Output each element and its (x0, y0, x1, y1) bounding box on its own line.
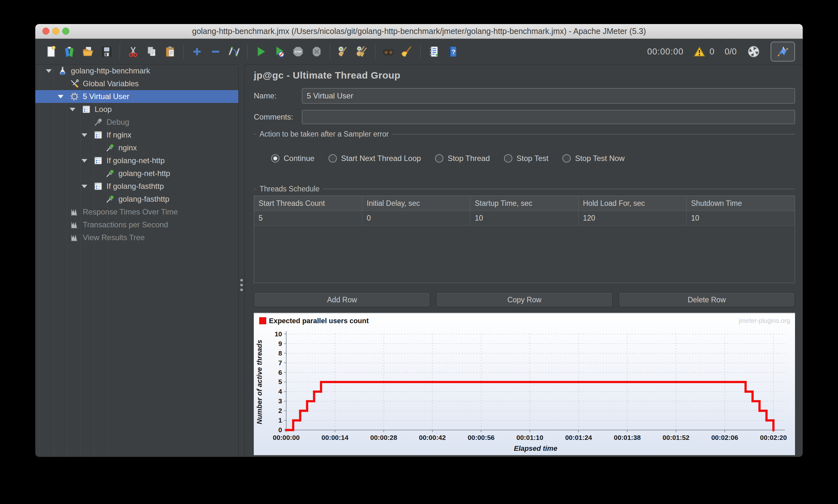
close-window-button[interactable] (42, 28, 49, 35)
tree-item-debug[interactable]: Debug (35, 116, 238, 129)
toolbar-separator (120, 44, 120, 59)
function-helper-icon (427, 46, 440, 58)
column-header-startup-time-sec[interactable]: Startup Time, sec (470, 196, 578, 211)
svg-text:00:02:20: 00:02:20 (760, 434, 787, 441)
tree-item-nginx[interactable]: nginx (35, 141, 238, 154)
save-button[interactable] (98, 42, 116, 61)
add-row-button[interactable]: Add Row (254, 292, 430, 307)
toolbar-separator (184, 44, 184, 59)
tree-expander[interactable] (56, 95, 70, 98)
radio-label: Stop Test Now (575, 154, 624, 163)
tree-item-label: View Results Tree (83, 233, 145, 242)
tree-expander[interactable] (80, 159, 93, 163)
copy-row-button[interactable]: Copy Row (436, 292, 612, 307)
tree-expander[interactable] (44, 69, 58, 73)
expected-users-chart-svg: .grid{stroke:#bcc1ca;stroke-width:2;stro… (254, 313, 795, 455)
clear-button[interactable] (334, 42, 352, 61)
add-button[interactable] (188, 42, 206, 61)
start-no-timers-button[interactable] (270, 42, 289, 61)
tree-item-golang-fasthttp[interactable]: golang-fasthttp (35, 193, 238, 205)
svg-text:10: 10 (275, 330, 282, 338)
copy-icon (146, 46, 158, 58)
table-empty-area[interactable] (254, 226, 795, 283)
tree-item-golang-http-benchmark[interactable]: golang-http-benchmark (35, 65, 238, 77)
copy-button[interactable] (143, 42, 161, 61)
add-icon (191, 46, 203, 58)
function-helper-button[interactable] (425, 42, 443, 61)
tree-item-if-golang-fasthttp[interactable]: If golang-fasthttp (35, 180, 238, 193)
app-body: golang-http-benchmarkGlobal Variables5 V… (35, 65, 803, 457)
plugins-manager-icon (776, 45, 789, 58)
radio-stop-test-now[interactable]: Stop Test Now (562, 154, 624, 163)
remote-status-button[interactable] (747, 45, 761, 58)
zoom-window-button[interactable] (62, 28, 69, 35)
chevron-down-icon (46, 69, 52, 73)
start-button[interactable] (252, 42, 270, 61)
open-file-button[interactable] (79, 42, 97, 61)
tree-item-if-nginx[interactable]: If nginx (35, 129, 238, 141)
table-cell[interactable]: 0 (362, 211, 470, 226)
table-cell[interactable]: 10 (470, 211, 578, 226)
stop-button[interactable]: STOP (289, 42, 307, 61)
element-title: jp@gc - Ultimate Thread Group (254, 70, 400, 81)
table-cell[interactable]: 10 (686, 211, 795, 226)
toggle-button[interactable] (225, 42, 243, 61)
new-file-icon (45, 46, 57, 58)
title-bar: golang-http-benchmark.jmx (/Users/nicola… (35, 24, 803, 39)
svg-text:9: 9 (278, 340, 282, 347)
minimize-window-button[interactable] (52, 28, 59, 35)
column-header-initial-delay-sec[interactable]: Initial Delay, sec (362, 196, 470, 211)
clear-all-icon (356, 46, 368, 58)
templates-button[interactable] (60, 42, 78, 61)
threads-preview-chart: .grid{stroke:#bcc1ca;stroke-width:2;stro… (254, 312, 795, 455)
tree-expander[interactable] (80, 133, 93, 137)
cut-button[interactable] (124, 42, 142, 61)
radio-continue[interactable]: Continue (271, 154, 314, 163)
table-cell[interactable]: 5 (254, 211, 362, 226)
panel-splitter[interactable] (239, 65, 245, 457)
svg-text:00:00:14: 00:00:14 (321, 434, 348, 441)
test-plan-tree: golang-http-benchmarkGlobal Variables5 V… (35, 65, 239, 457)
column-header-start-threads-count[interactable]: Start Threads Count (254, 196, 362, 211)
tree-item-response-times-over-time[interactable]: Response Times Over Time (35, 205, 238, 218)
tree-item-golang-net-http[interactable]: golang-net-http (35, 167, 238, 180)
tree-item-loop[interactable]: Loop (35, 103, 238, 116)
remove-button[interactable] (207, 42, 225, 61)
radio-stop-test[interactable]: Stop Test (504, 154, 548, 163)
paste-button[interactable] (161, 42, 179, 61)
search-button[interactable] (380, 42, 398, 61)
tree-item-global-variables[interactable]: Global Variables (35, 77, 238, 90)
shutdown-button[interactable] (308, 42, 326, 61)
column-header-hold-load-for-sec[interactable]: Hold Load For, sec (578, 196, 686, 211)
thread-group-icon (70, 92, 79, 101)
active-threads-status: 0/0 (724, 47, 737, 57)
tree-item-label: Global Variables (83, 79, 139, 88)
tree-expander[interactable] (68, 108, 82, 111)
tree-item-transactions-per-second[interactable]: Transactions per Second (35, 218, 238, 231)
table-row: 501012010 (254, 211, 795, 226)
threads-schedule-fieldset-legend: Threads Schedule (254, 185, 795, 193)
svg-text:00:01:10: 00:01:10 (517, 434, 543, 441)
log-errors-indicator[interactable]: 0 (694, 46, 714, 57)
help-button[interactable]: ? (443, 42, 461, 61)
tree-item-view-results-tree[interactable]: View Results Tree (35, 231, 238, 244)
tree-item-5-virtual-user[interactable]: 5 Virtual User (35, 90, 238, 103)
config-panel: jp@gc - Ultimate Thread Group Name: Comm… (245, 65, 803, 457)
name-input[interactable] (302, 88, 795, 104)
svg-text:1: 1 (278, 416, 282, 424)
comments-input[interactable] (302, 110, 795, 124)
search-reset-button[interactable] (398, 42, 416, 61)
tree-expander[interactable] (80, 185, 93, 188)
table-cell[interactable]: 120 (578, 211, 686, 226)
delete-row-button[interactable]: Delete Row (618, 292, 795, 307)
radio-stop-thread[interactable]: Stop Thread (435, 154, 490, 163)
remove-icon (209, 46, 222, 58)
column-header-shutdown-time[interactable]: Shutdown Time (686, 196, 795, 211)
radio-start-next-thread-loop[interactable]: Start Next Thread Loop (329, 154, 421, 163)
plugins-manager-button[interactable] (771, 42, 795, 61)
clear-all-button[interactable] (353, 42, 371, 61)
tree-item-if-golang-net-http[interactable]: If golang-net-http (35, 154, 238, 167)
new-file-button[interactable] (42, 42, 60, 61)
splitter-grip[interactable] (240, 279, 243, 291)
sampler-error-options: ContinueStart Next Thread LoopStop Threa… (271, 150, 795, 166)
